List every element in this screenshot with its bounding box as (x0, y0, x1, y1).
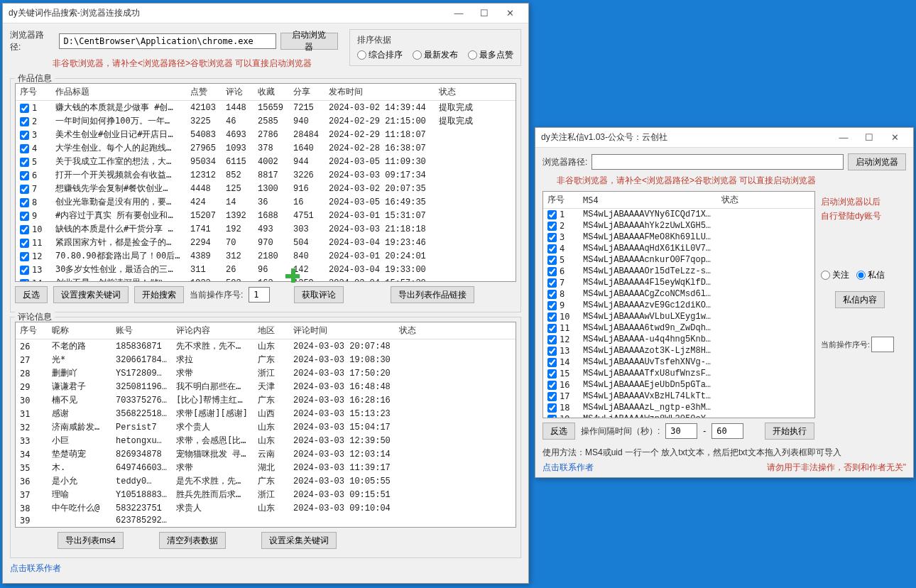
table-row[interactable]: 14创业不易，创前请深思！#知…193250316213592024-03-04… (16, 276, 516, 282)
table-row[interactable]: 35木.64974660336求带湖北2024-03-03 11:39:17 (16, 461, 516, 474)
table-row[interactable]: 8创业光靠勤奋是没有用的，要…4241436162024-03-05 16:49… (16, 195, 516, 209)
table-row[interactable]: 36是小允teddy0…是先不求胜，先…广东2024-03-03 10:05:5… (16, 474, 516, 488)
table-row[interactable]: 16MS4wLjABAAAAEjeUbDn5pGTaTX… (543, 379, 814, 391)
titlebar[interactable]: dy关注私信v1.03-公众号：云创社 — ☐ ✕ (535, 128, 913, 148)
table-row[interactable]: 1MS4wLjABAAAAVYNy6ICQd71X-n… (543, 209, 814, 221)
table-row[interactable]: 3962378529243 (16, 515, 516, 526)
table-row[interactable]: 3美术生创业#创业日记#开店日…5408346932786284842024-0… (16, 128, 516, 141)
table-row[interactable]: 27光*32066178464求拉广东2024-03-03 19:08:30 (16, 353, 516, 366)
row-checkbox[interactable] (20, 252, 29, 261)
dm-content-button[interactable]: 私信内容 (835, 291, 885, 308)
titlebar[interactable]: dy关键词作品搜索-浏览器连接成功 — ☐ ✕ (3, 4, 528, 23)
table-row[interactable]: 10MS4wLjABAAAAwVLbuLXEyg1w-x… (543, 311, 814, 322)
row-checkbox[interactable] (547, 267, 557, 276)
contact-author-link[interactable]: 点击联系作者 (542, 462, 594, 474)
row-checkbox[interactable] (20, 212, 29, 221)
table-row[interactable]: 19MS4wLjABAAAAWzn8WL3050eYir… (543, 413, 814, 418)
launch-browser-button[interactable]: 启动浏览器 (280, 33, 338, 50)
browser-path-input[interactable] (59, 33, 276, 49)
get-comments-button[interactable]: 获取评论 (294, 286, 344, 303)
table-row[interactable]: 7想赚钱先学会复制#餐饮创业…444812513009162024-03-02 … (16, 182, 516, 195)
table-row[interactable]: 33小巨hetongxu…求带，会感恩[比心]山东2024-03-03 12:3… (16, 434, 516, 447)
table-row[interactable]: 5关于我成立工作室的想法，大…95034611540029442024-03-0… (16, 155, 516, 168)
works-table-wrap[interactable]: 序号 作品标题 点赞 评论 收藏 分享 发布时间 状态 1赚大钱的本质就是少做事… (15, 83, 516, 282)
export-links-button[interactable]: 导出列表作品链接 (391, 286, 474, 303)
set-search-keyword-button[interactable]: 设置搜索关键词 (53, 286, 129, 303)
row-checkbox[interactable] (547, 210, 557, 219)
radio-comprehensive[interactable]: 综合排序 (357, 49, 403, 61)
table-row[interactable]: 32济南咸龄发…Persist7求个贵人山东2024-03-03 15:04:1… (16, 420, 516, 434)
minimize-icon[interactable]: — (831, 129, 856, 146)
row-checkbox[interactable] (20, 279, 29, 283)
radio-dm[interactable]: 私信 (856, 269, 885, 281)
table-row[interactable]: 37理喻Y1051888327胜兵先胜而后求…浙江2024-03-03 09:1… (16, 488, 516, 501)
table-row[interactable]: 2MS4wLjABAAAAhYk2zUwLXGH5BV… (543, 220, 814, 232)
table-row[interactable]: 9MS4wLjABAAAAzvE9Gc12diKO0x… (543, 300, 814, 311)
row-checkbox[interactable] (20, 198, 29, 207)
invert-selection-button[interactable]: 反选 (542, 423, 575, 440)
table-row[interactable]: 1270.80.90都套路出局了！00后…438931221808402024-… (16, 249, 516, 263)
table-row[interactable]: 3MS4wLjABAAAAFMeO8Kh69lLUnd… (543, 232, 814, 243)
radio-follow[interactable]: 关注 (821, 269, 849, 281)
table-row[interactable]: 10缺钱的本质是什么#干货分享 …17411924933032024-03-03… (16, 222, 516, 236)
contact-author-link[interactable]: 点击联系作者 (10, 562, 521, 575)
table-row[interactable]: 8MS4wLjABAAAACgZcoNCMsd6lm… (543, 288, 814, 300)
row-checkbox[interactable] (547, 290, 557, 299)
interval-from-input[interactable] (665, 423, 697, 439)
table-row[interactable]: 7MS4wLjABAAAA4Fl5eyWqKlfDQM… (543, 277, 814, 288)
table-row[interactable]: 34垫楚萌宠826934878宠物猫咪批发 寻…云南2024-03-03 12:… (16, 447, 516, 461)
table-row[interactable]: 28删删吖YS172809…求带浙江2024-03-03 17:50:20 (16, 366, 516, 380)
browser-path-input[interactable] (591, 154, 844, 170)
export-ms4-button[interactable]: 导出列表ms4 (58, 532, 124, 549)
table-row[interactable]: 29谦谦君子32508119675我不明白那些在…天津2024-03-03 16… (16, 380, 516, 393)
current-op-input[interactable] (871, 337, 894, 352)
current-op-input[interactable] (249, 287, 270, 303)
table-row[interactable]: 26不老的路185836871先不求胜，先不…山东2024-03-03 20:0… (16, 339, 516, 354)
row-checkbox[interactable] (547, 381, 557, 390)
row-checkbox[interactable] (547, 222, 557, 231)
table-row[interactable]: 1330多岁女性创业，最适合的三…31126961422024-03-04 19… (16, 263, 516, 276)
maximize-icon[interactable]: ☐ (471, 5, 497, 22)
row-checkbox[interactable] (20, 239, 29, 248)
table-row[interactable]: 11紧跟国家方针，都是捡金子的…2294709705042024-03-04 1… (16, 236, 516, 249)
table-row[interactable]: 5MS4wLjABAAAAcnkurO0F7qopeq… (543, 254, 814, 266)
ms4-table-wrap[interactable]: 序号 MS4 状态 1MS4wLjABAAAAVYNy6ICQd71X-n…2M… (542, 191, 815, 418)
table-row[interactable]: 14MS4wLjABAAAAUvTsfehXNVg-7Z… (543, 356, 814, 368)
row-checkbox[interactable] (20, 131, 29, 140)
row-checkbox[interactable] (547, 392, 557, 401)
radio-newest[interactable]: 最新发布 (413, 49, 458, 61)
radio-most-liked[interactable]: 最多点赞 (468, 49, 513, 61)
table-row[interactable]: 18MS4wLjABAAAAzL_ngtp-e3hMm4… (543, 402, 814, 413)
start-execute-button[interactable]: 开始执行 (765, 423, 814, 440)
row-checkbox[interactable] (547, 347, 557, 356)
row-checkbox[interactable] (547, 324, 557, 333)
row-checkbox[interactable] (547, 369, 557, 379)
row-checkbox[interactable] (547, 415, 557, 418)
row-checkbox[interactable] (20, 144, 29, 153)
table-row[interactable]: 12MS4wLjABAAAA-u4q4hng5Knb2h… (543, 334, 814, 345)
set-collect-keyword-button[interactable]: 设置采集关键词 (261, 532, 337, 549)
table-row[interactable]: 30楠不见70337527691[比心]帮博主红…广东2024-03-03 16… (16, 393, 516, 407)
table-row[interactable]: 38中午吃什么@583223751求贵人山东2024-03-03 09:10:0… (16, 501, 516, 515)
row-checkbox[interactable] (547, 312, 557, 322)
row-checkbox[interactable] (20, 117, 29, 126)
table-row[interactable]: 40赤岇385247…帽子厂家求合作河北2024-03-02 20:45:45 (16, 526, 516, 528)
table-row[interactable]: 4MS4wLjABAAAAqHdX61KiL0V7LE… (543, 243, 814, 254)
row-checkbox[interactable] (547, 403, 557, 413)
row-checkbox[interactable] (547, 233, 557, 242)
close-icon[interactable]: ✕ (882, 129, 907, 146)
comments-table-wrap[interactable]: 序号 昵称 账号 评论内容 地区 评论时间 状态 26不老的路185836871… (15, 322, 516, 528)
row-checkbox[interactable] (20, 104, 29, 113)
interval-to-input[interactable] (711, 423, 743, 439)
launch-browser-button[interactable]: 启动浏览器 (848, 153, 906, 170)
table-row[interactable]: 6打开一个开关视频就会有收益…12312852881732262024-03-0… (16, 168, 516, 182)
table-row[interactable]: 13MS4wLjABAAAAzot3K-LjzM8H_P… (543, 345, 814, 356)
row-checkbox[interactable] (20, 266, 29, 275)
table-row[interactable]: 17MS4wLjABAAAAVxBzHL74LkTtrE… (543, 391, 814, 402)
table-row[interactable]: 4大学生创业。每个人的起跑线…27965109337816402024-02-2… (16, 141, 516, 155)
row-checkbox[interactable] (547, 358, 557, 367)
row-checkbox[interactable] (547, 278, 557, 288)
table-row[interactable]: 2一年时间如何挣100万。一年…32254625859402024-02-29 … (16, 114, 516, 128)
start-search-button[interactable]: 开始搜索 (134, 286, 184, 303)
table-row[interactable]: 9#内容过于真实 所有要创业和…152071392168847512024-03… (16, 209, 516, 222)
